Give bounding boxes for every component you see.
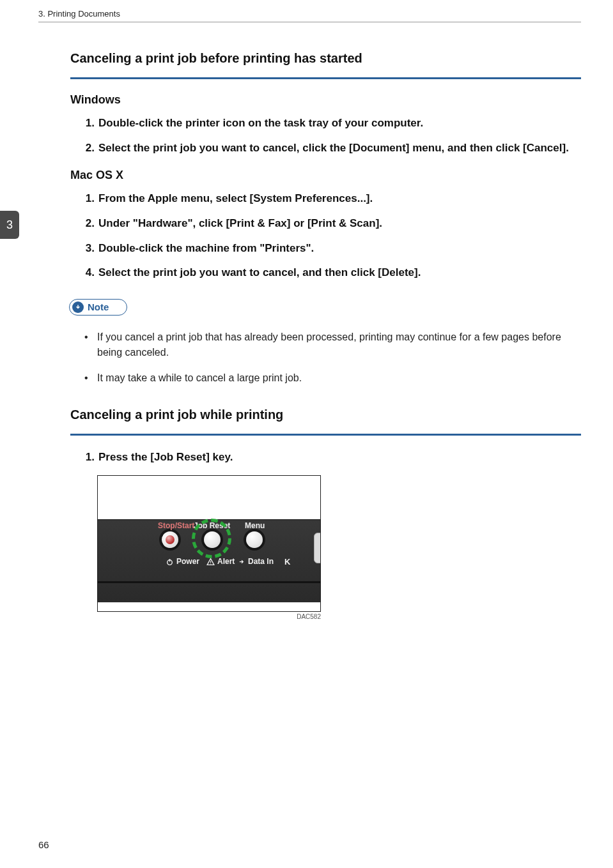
figure-caption: DAC582 <box>97 613 321 620</box>
label-stop-start: Stop/Start <box>158 521 194 530</box>
note-badge: Note <box>69 299 127 316</box>
display-slot-graphic <box>314 533 321 563</box>
data-in-icon <box>237 558 245 566</box>
indicator-power-label: Power <box>176 557 199 566</box>
step-item: Select the print job you want to cancel,… <box>77 265 581 281</box>
subheading-windows: Windows <box>70 93 581 107</box>
step-item: Double-click the machine from "Printers"… <box>77 241 581 257</box>
note-label: Note <box>88 301 109 312</box>
steps-windows: Double-click the printer icon on the tas… <box>77 116 581 156</box>
alert-icon <box>206 558 215 566</box>
indicator-toner-k: K <box>284 557 290 567</box>
page-content: Canceling a print job before printing ha… <box>70 51 581 620</box>
indicator-power: Power <box>166 557 199 566</box>
menu-button-graphic <box>246 531 263 548</box>
section-heading-cancel-before: Canceling a print job before printing ha… <box>70 51 581 71</box>
indicator-alert-label: Alert <box>217 557 235 566</box>
power-icon <box>166 558 174 566</box>
printer-panel-figure: Stop/Start Job Reset Menu Power Alert <box>97 475 321 620</box>
note-item: If you cancel a print job that has alrea… <box>82 330 581 360</box>
indicator-data-in: Data In <box>237 557 274 566</box>
note-list: If you cancel a print job that has alrea… <box>82 330 581 386</box>
indicator-alert: Alert <box>206 557 235 566</box>
section-rule <box>70 434 581 436</box>
figure-frame: Stop/Start Job Reset Menu Power Alert <box>97 475 321 612</box>
indicator-toner-label: K <box>284 557 290 567</box>
subheading-macosx: Mac OS X <box>70 169 581 182</box>
steps-while-printing: Press the [Job Reset] key. <box>77 450 581 466</box>
highlight-ring <box>192 519 231 558</box>
printer-body: Stop/Start Job Reset Menu Power Alert <box>97 519 321 602</box>
chapter-tab: 3 <box>0 211 19 239</box>
section-heading-cancel-while: Canceling a print job while printing <box>70 407 581 427</box>
running-head-rule <box>38 22 581 22</box>
section-rule <box>70 77 581 79</box>
svg-point-2 <box>210 563 211 564</box>
step-item: Select the print job you want to cancel,… <box>77 141 581 156</box>
stop-start-button-graphic <box>162 531 178 548</box>
page-number: 66 <box>38 839 49 850</box>
running-head: 3. Printing Documents <box>38 9 120 19</box>
label-menu: Menu <box>245 521 265 530</box>
note-icon <box>72 301 84 313</box>
step-item: Press the [Job Reset] key. <box>77 450 581 466</box>
steps-macosx: From the Apple menu, select [System Pref… <box>77 191 581 281</box>
indicator-data-in-label: Data In <box>248 557 274 566</box>
step-item: Under "Hardware", click [Print & Fax] or… <box>77 216 581 232</box>
note-item: It may take a while to cancel a large pr… <box>82 370 581 386</box>
step-item: From the Apple menu, select [System Pref… <box>77 191 581 207</box>
step-item: Double-click the printer icon on the tas… <box>77 116 581 132</box>
